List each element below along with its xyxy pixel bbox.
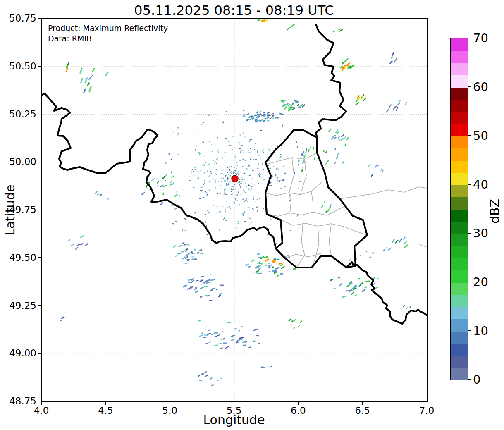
colorbar-segment <box>451 63 468 75</box>
x-tick-mark <box>170 402 170 405</box>
colorbar-segment <box>451 222 468 234</box>
y-tick-label: 48.75 <box>0 396 36 406</box>
product-annotation-box: Product: Maximum Reflectivity Data: RMIB <box>44 21 172 47</box>
colorbar-segment <box>451 331 468 344</box>
colorbar-segment <box>451 368 468 380</box>
y-tick-mark <box>38 353 41 354</box>
colorbar <box>450 38 468 380</box>
y-tick-label: 50.75 <box>0 13 36 24</box>
y-tick-label: 50.00 <box>0 156 36 167</box>
data-source-line: Data: RMIB <box>48 33 168 44</box>
radar-map-canvas <box>42 19 427 401</box>
colorbar-segment <box>451 75 468 88</box>
y-tick-label: 49.75 <box>0 204 36 215</box>
x-tick-label: 4.0 <box>34 405 49 416</box>
colorbar-segment <box>451 356 468 368</box>
colorbar-label: dBZ <box>487 199 502 224</box>
colorbar-segment <box>451 100 468 112</box>
colorbar-segment <box>451 209 468 222</box>
colorbar-segment <box>451 307 468 319</box>
colorbar-segment <box>451 38 468 51</box>
colorbar-segment <box>451 87 468 100</box>
colorbar-tick-mark <box>468 233 471 234</box>
colorbar-tick-label: 70 <box>473 31 488 45</box>
colorbar-tick-mark <box>468 330 471 331</box>
colorbar-tick-mark <box>468 135 471 136</box>
colorbar-tick-mark <box>468 379 471 380</box>
colorbar-segment <box>451 282 468 295</box>
colorbar-segment <box>451 112 468 124</box>
x-tick-mark <box>234 402 234 405</box>
colorbar-segment <box>451 173 468 185</box>
colorbar-segment <box>451 136 468 148</box>
colorbar-tick-label: 10 <box>473 324 488 338</box>
colorbar-segment <box>451 160 468 173</box>
colorbar-segment <box>451 124 468 136</box>
colorbar-segment <box>451 246 468 258</box>
y-tick-mark <box>38 257 41 258</box>
colorbar-segment <box>451 185 468 197</box>
colorbar-segment <box>451 258 468 270</box>
figure-title: 05.11.2025 08:15 - 08:19 UTC <box>41 2 427 18</box>
y-tick-mark <box>38 401 41 401</box>
product-line: Product: Maximum Reflectivity <box>48 23 168 33</box>
colorbar-tick-mark <box>468 38 471 38</box>
colorbar-segment <box>451 344 468 356</box>
colorbar-segment <box>451 234 468 246</box>
colorbar-segment <box>451 270 468 283</box>
colorbar-segment <box>451 295 468 307</box>
y-tick-label: 49.50 <box>0 252 36 263</box>
radar-figure: 05.11.2025 08:15 - 08:19 UTC Product: Ma… <box>0 0 504 430</box>
y-tick-mark <box>38 66 41 66</box>
colorbar-tick-label: 40 <box>473 177 488 191</box>
y-tick-label: 50.25 <box>0 109 36 119</box>
radar-echoes <box>53 19 411 386</box>
x-tick-mark <box>105 402 106 405</box>
colorbar-tick-label: 50 <box>473 129 488 143</box>
y-tick-mark <box>38 210 41 210</box>
x-tick-mark <box>298 402 299 405</box>
x-tick-mark <box>362 402 363 405</box>
colorbar-segment <box>451 319 468 332</box>
colorbar-segment <box>451 197 468 210</box>
x-tick-label: 7.0 <box>419 405 435 416</box>
colorbar-tick-label: 30 <box>473 226 488 240</box>
x-tick-label: 5.0 <box>162 405 177 416</box>
radar-site-marker <box>232 175 238 182</box>
colorbar-segment <box>451 148 468 161</box>
x-tick-label: 4.5 <box>98 405 113 416</box>
x-tick-label: 6.0 <box>291 405 306 416</box>
y-tick-mark <box>38 305 41 306</box>
x-tick-label: 5.5 <box>227 405 242 416</box>
map-plot-area <box>41 18 428 402</box>
gridlines <box>42 19 427 401</box>
x-tick-mark <box>427 402 427 405</box>
y-tick-label: 50.50 <box>0 61 36 72</box>
colorbar-tick-mark <box>468 86 471 87</box>
colorbar-segment <box>451 51 468 63</box>
y-tick-mark <box>38 162 41 162</box>
x-tick-label: 6.5 <box>355 405 370 416</box>
colorbar-tick-label: 0 <box>473 373 480 387</box>
colorbar-tick-label: 20 <box>473 275 488 289</box>
y-tick-label: 49.00 <box>0 348 36 358</box>
x-tick-mark <box>41 402 42 405</box>
colorbar-tick-label: 60 <box>473 80 488 94</box>
y-tick-mark <box>38 114 41 114</box>
y-tick-mark <box>38 18 41 19</box>
colorbar-tick-mark <box>468 184 471 185</box>
colorbar-tick-mark <box>468 282 471 282</box>
y-tick-label: 49.25 <box>0 300 36 311</box>
